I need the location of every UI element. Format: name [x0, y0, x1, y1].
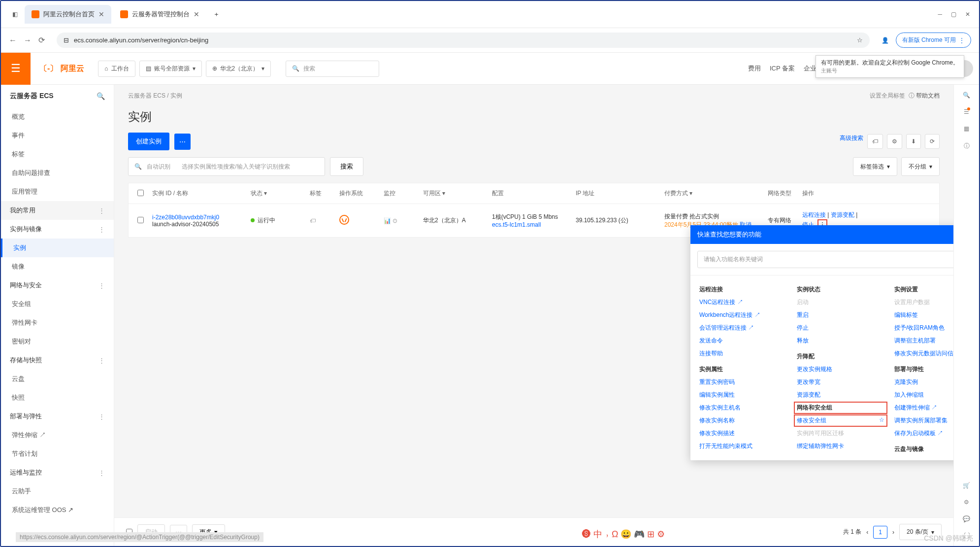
download-icon-button[interactable]: ⬇	[906, 134, 921, 149]
settings-icon-button[interactable]: ⚙	[887, 134, 902, 149]
action-metadata[interactable]: 修改实例元数据访问信息	[894, 349, 953, 358]
action-reset-pwd[interactable]: 重置实例密码	[699, 378, 787, 386]
action-ram-role[interactable]: 授予/收回RAM角色	[894, 324, 953, 332]
sidebar-image[interactable]: 镜像	[1, 257, 114, 276]
tag-filter-select[interactable]: 标签筛选 ▾	[853, 157, 897, 176]
action-no-perf[interactable]: 打开无性能约束模式	[699, 442, 787, 450]
action-release[interactable]: 释放	[797, 337, 884, 345]
global-search-input[interactable]: 🔍 搜索	[286, 61, 379, 77]
notification-rail-icon[interactable]: ☰	[964, 108, 969, 115]
action-send-cmd[interactable]: 发送命令	[699, 337, 787, 345]
ime-toolbar[interactable]: 🅢 中 ⸴ Ω 😀 🎮 ⊞ ⚙	[582, 528, 665, 540]
link-enterprise[interactable]: 企业	[804, 64, 817, 73]
help-rail-icon[interactable]: ⓘ	[964, 142, 970, 150]
action-change-bw[interactable]: 更改带宽	[797, 378, 884, 386]
link-icp[interactable]: ICP 备案	[770, 64, 795, 73]
close-icon[interactable]: ✕	[194, 10, 199, 18]
search-rail-icon[interactable]: 🔍	[963, 92, 970, 99]
resource-change-link[interactable]: 资源变配	[831, 211, 854, 218]
help-link[interactable]: 帮助文档	[916, 92, 940, 99]
action-clone[interactable]: 克隆实例	[894, 378, 953, 386]
action-edit-tag[interactable]: 编辑标签	[894, 311, 953, 319]
filter-icon[interactable]: ▾	[442, 190, 445, 197]
action-conn-help[interactable]: 连接帮助	[699, 349, 787, 358]
sidebar-snapshot[interactable]: 快照	[1, 388, 114, 407]
sidebar-eni[interactable]: 弹性网卡	[1, 313, 114, 332]
prev-page-icon[interactable]: ‹	[866, 529, 868, 536]
action-create-ess[interactable]: 创建弹性伸缩 ↗	[894, 404, 953, 412]
search-button[interactable]: 搜索	[330, 157, 363, 176]
action-vnc[interactable]: VNC远程连接 ↗	[699, 298, 787, 307]
close-icon[interactable]: ✕	[98, 10, 104, 18]
action-session[interactable]: 会话管理远程连接 ↗	[699, 324, 787, 332]
action-join-sg[interactable]: 加入伸缩组	[894, 391, 953, 399]
action-save-template[interactable]: 保存为启动模板 ↗	[894, 429, 953, 438]
browser-tab-1[interactable]: 云服务器管理控制台✕	[113, 5, 206, 24]
action-edit-name[interactable]: 修改实例名称	[699, 416, 787, 425]
next-page-icon[interactable]: ›	[892, 529, 894, 536]
sidebar-secgroup[interactable]: 安全组	[1, 295, 114, 313]
action-workbench[interactable]: Workbench远程连接 ↗	[699, 311, 787, 319]
sidebar-oos[interactable]: 系统运维管理 OOS ↗	[1, 501, 114, 519]
feedback-rail-icon[interactable]: 💬	[963, 515, 970, 522]
sidebar-events[interactable]: 事件	[1, 126, 114, 145]
more-create-button[interactable]: ⋯	[174, 134, 191, 150]
sidebar-group-network[interactable]: 网络与安全⋮	[1, 276, 114, 295]
action-restart[interactable]: 重启	[797, 311, 884, 319]
filter-icon[interactable]: ▾	[689, 190, 692, 197]
sidebar-instance[interactable]: 实例	[1, 239, 114, 257]
sidebar-group-storage[interactable]: 存储与快照⋮	[1, 351, 114, 370]
cart-rail-icon[interactable]: 🛒	[963, 482, 970, 489]
select-all-checkbox[interactable]	[137, 190, 144, 196]
site-info-icon[interactable]: ⊟	[64, 36, 69, 44]
create-instance-button[interactable]: 创建实例	[128, 133, 169, 150]
action-edit-hostname[interactable]: 修改实例主机名	[699, 404, 787, 412]
maximize-icon[interactable]: ▢	[951, 11, 956, 18]
hamburger-menu[interactable]: ☰	[1, 53, 31, 85]
account-selector[interactable]: ▤ 账号全部资源 ▾	[139, 61, 202, 77]
workbench-button[interactable]: ⌂ 工作台	[98, 61, 135, 77]
back-icon[interactable]: ←	[9, 36, 17, 45]
search-icon[interactable]: 🔍	[97, 92, 105, 100]
action-deployset[interactable]: 调整实例所属部署集	[894, 416, 953, 425]
action-edit-attr[interactable]: 编辑实例属性	[699, 391, 787, 399]
profile-icon[interactable]: 👤	[882, 37, 889, 44]
tag-icon-button[interactable]: 🏷	[867, 134, 883, 149]
reload-icon[interactable]: ⟳	[38, 35, 45, 45]
action-modify-secgroup[interactable]: 修改安全组	[797, 416, 826, 425]
chrome-update-button[interactable]: 有新版 Chrome 可用⋮	[896, 33, 971, 48]
global-tag-link[interactable]: 设置全局标签	[870, 92, 905, 99]
sidebar-ess[interactable]: 弹性伸缩 ↗	[1, 426, 114, 444]
sidebar-tags[interactable]: 标签	[1, 145, 114, 164]
remote-connect-link[interactable]: 远程连接	[802, 211, 826, 218]
url-bar[interactable]: ⊟ecs.console.aliyun.com/server/region/cn…	[57, 33, 870, 48]
filter-icon[interactable]: ▾	[264, 190, 267, 197]
window-menu-icon[interactable]: ◧	[5, 4, 25, 24]
sidebar-overview[interactable]: 概览	[1, 107, 114, 126]
aliyun-logo[interactable]: 〔-〕阿里云	[31, 64, 93, 74]
action-host-deploy[interactable]: 调整宿主机部署	[894, 337, 953, 345]
region-selector[interactable]: ⊕ 华北2（北京） ▾	[206, 61, 271, 77]
page-number[interactable]: 1	[873, 526, 887, 539]
action-change-spec[interactable]: 更改实例规格	[797, 365, 884, 374]
close-window-icon[interactable]: ✕	[965, 11, 970, 18]
action-resource[interactable]: 资源变配	[797, 391, 884, 399]
tag-icon[interactable]: 🏷	[310, 217, 316, 224]
sidebar-group-deploy[interactable]: 部署与弹性⋮	[1, 407, 114, 426]
browser-tab-0[interactable]: 阿里云控制台首页✕	[25, 5, 111, 24]
bookmark-icon[interactable]: ☆	[857, 36, 863, 44]
forward-icon[interactable]: →	[24, 36, 32, 45]
link-cost[interactable]: 费用	[748, 64, 761, 73]
sidebar-appmgmt[interactable]: 应用管理	[1, 182, 114, 201]
gear-rail-icon[interactable]: ⚙	[964, 499, 969, 506]
action-bind-eni[interactable]: 绑定辅助弹性网卡	[797, 442, 884, 450]
sidebar-disk[interactable]: 云盘	[1, 370, 114, 388]
minimize-icon[interactable]: ─	[938, 11, 942, 18]
action-edit-desc[interactable]: 修改实例描述	[699, 429, 787, 438]
sidebar-group-ops[interactable]: 运维与监控⋮	[1, 463, 114, 482]
monitor-icon[interactable]: 📊 ⊙	[384, 217, 397, 224]
sidebar-keypair[interactable]: 密钥对	[1, 332, 114, 351]
group-select[interactable]: 不分组 ▾	[901, 157, 940, 176]
instance-id-link[interactable]: i-2ze28b08uvvdxbb7mkj0	[152, 214, 219, 221]
spec-link[interactable]: ecs.t5-lc1m1.small	[492, 221, 541, 228]
